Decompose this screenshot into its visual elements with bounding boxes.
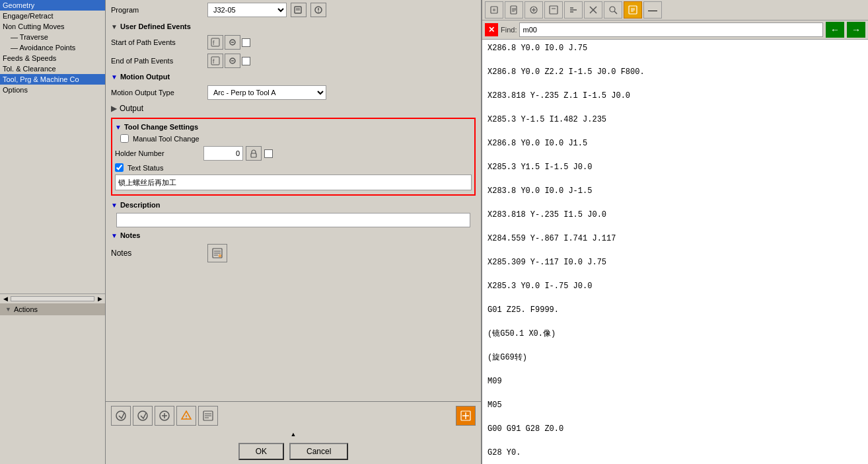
program-label: Program [111, 6, 203, 14]
notes-icon[interactable] [207, 244, 227, 262]
output-header[interactable]: ▶ Output [106, 102, 481, 115]
editor-btn-5[interactable] [564, 1, 583, 19]
code-line: (镜G50.1 X0.像) [488, 328, 863, 340]
tool-change-arrow: ▼ [115, 124, 122, 131]
text-status-input[interactable] [115, 174, 472, 190]
end-path-icon1[interactable]: f [207, 54, 223, 68]
find-next-button[interactable]: → [847, 22, 865, 38]
code-area[interactable]: X286.8 Y0.0 I0.0 J.75 X286.8 Y0.0 Z2.2 I… [482, 40, 868, 464]
svg-point-28 [186, 418, 187, 419]
find-label: Find: [501, 26, 517, 34]
tool-change-settings-label: Tool Change Settings [124, 123, 198, 131]
sidebar-item-non-cutting[interactable]: Non Cutting Moves [0, 21, 105, 32]
code-line: (旋G69转) [488, 352, 863, 364]
holder-lock-icon[interactable] [246, 146, 262, 161]
tb-btn-4[interactable] [176, 406, 196, 426]
code-line: X283.818 Y-.235 Z.1 I-1.5 J0.0 [488, 90, 863, 102]
code-line: X283.818 Y-.235 I1.5 J0.0 [488, 209, 863, 221]
svg-point-22 [138, 411, 147, 420]
sidebar-item-tol-clearance[interactable]: Tol. & Clearance [0, 63, 105, 74]
tb-btn-3[interactable] [155, 406, 174, 426]
find-input[interactable] [519, 22, 823, 37]
svg-rect-14 [251, 153, 256, 157]
end-path-icons: f [207, 54, 250, 68]
ok-cancel-row: OK Cancel [106, 439, 481, 464]
code-line: M09 [488, 375, 863, 387]
main-scroll-bottom: ▲ [106, 430, 481, 439]
code-line: G01 Z25. F9999. [488, 304, 863, 316]
text-status-label: Text Status [127, 164, 163, 172]
notes-arrow: ▼ [111, 232, 118, 239]
code-line: X285.3 Y0.0 I-.75 J0.0 [488, 280, 863, 292]
tb-btn-5[interactable] [198, 406, 218, 426]
user-defined-events-label: User Defined Events [120, 22, 191, 30]
sidebar-item-avoidance[interactable]: — Avoidance Points [0, 42, 105, 53]
sidebar-scrollbar[interactable] [11, 296, 94, 301]
user-defined-arrow: ▼ [111, 23, 118, 30]
description-input[interactable] [116, 213, 470, 227]
find-row: ✕ Find: ← → [482, 20, 868, 40]
tb-btn-2[interactable] [133, 406, 153, 426]
editor-btn-dash[interactable]: — [643, 1, 662, 19]
find-close-button[interactable]: ✕ [485, 23, 498, 36]
svg-point-21 [116, 411, 126, 420]
code-line: X285.3 Y-1.5 I1.482 J.235 [488, 114, 863, 126]
output-arrow: ▶ [111, 104, 117, 113]
start-path-checkbox[interactable] [242, 38, 250, 47]
description-header[interactable]: ▼ Description [106, 198, 481, 212]
editor-btn-8-active[interactable] [624, 1, 642, 19]
sidebar-item-traverse[interactable]: — Traverse [0, 32, 105, 42]
start-of-path-row: Start of Path Events f [106, 33, 481, 52]
description-input-row [106, 212, 481, 229]
program-icon1[interactable] [291, 3, 307, 17]
sidebar-item-options[interactable]: Options [0, 85, 105, 95]
holder-number-input[interactable] [203, 146, 243, 161]
sidebar-scroll-right[interactable]: ▶ [96, 295, 104, 302]
actions-section: ▼ Actions [0, 303, 105, 315]
svg-point-53 [610, 7, 615, 12]
find-prev-button[interactable]: ← [826, 22, 844, 38]
output-label: Output [120, 104, 143, 113]
tb-btn-orange[interactable] [456, 406, 476, 426]
user-defined-events-header[interactable]: ▼ User Defined Events [106, 20, 481, 33]
ok-button[interactable]: OK [238, 443, 284, 460]
tb-btn-1[interactable] [111, 406, 131, 426]
notes-label: Notes [111, 249, 203, 258]
editor-btn-3[interactable] [524, 1, 543, 19]
motion-output-label: Motion Output [120, 73, 170, 81]
holder-number-row: Holder Number [115, 145, 472, 162]
tool-change-settings-header[interactable]: ▼ Tool Change Settings [115, 122, 472, 132]
motion-output-header[interactable]: ▼ Motion Output [106, 70, 481, 83]
code-line: G28 Y0. [488, 447, 863, 459]
end-path-checkbox[interactable] [242, 57, 250, 65]
start-path-icons: f [207, 35, 250, 50]
text-status-checkbox[interactable] [115, 163, 124, 172]
sidebar-item-feeds[interactable]: Feeds & Speeds [0, 53, 105, 63]
description-arrow: ▼ [111, 202, 118, 209]
editor-btn-6[interactable] [584, 1, 602, 19]
editor-btn-1[interactable] [485, 1, 503, 19]
program-select[interactable]: J32-05 [207, 3, 287, 17]
cancel-button[interactable]: Cancel [289, 443, 348, 460]
start-path-icon2[interactable] [225, 35, 240, 50]
notes-header[interactable]: ▼ Notes [106, 229, 481, 242]
code-line: X285.3 Y1.5 I-1.5 J0.0 [488, 161, 863, 173]
description-label: Description [120, 201, 161, 209]
sidebar: Geometry Engage/Retract Non Cutting Move… [0, 0, 106, 464]
manual-tool-change-checkbox[interactable] [120, 134, 129, 143]
svg-rect-36 [491, 7, 497, 13]
program-icon2[interactable] [310, 3, 326, 17]
end-path-icon2[interactable] [225, 54, 240, 68]
motion-type-select[interactable]: Arc - Perp to Tool A [207, 85, 326, 100]
sidebar-item-engage-retract[interactable]: Engage/Retract [0, 11, 105, 21]
sidebar-item-tool-prg[interactable]: Tool, Prg & Machine Co [0, 74, 105, 85]
sidebar-scroll-left[interactable]: ◀ [1, 295, 9, 302]
bottom-icon-group [111, 406, 218, 426]
editor-btn-2[interactable] [505, 1, 523, 19]
scroll-down-arrow[interactable]: ▲ [291, 431, 297, 438]
start-path-icon1[interactable]: f [207, 35, 223, 50]
editor-btn-7[interactable] [604, 1, 622, 19]
holder-number-label: Holder Number [115, 149, 201, 157]
editor-btn-4[interactable] [544, 1, 563, 19]
sidebar-item-geometry[interactable]: Geometry [0, 0, 105, 11]
